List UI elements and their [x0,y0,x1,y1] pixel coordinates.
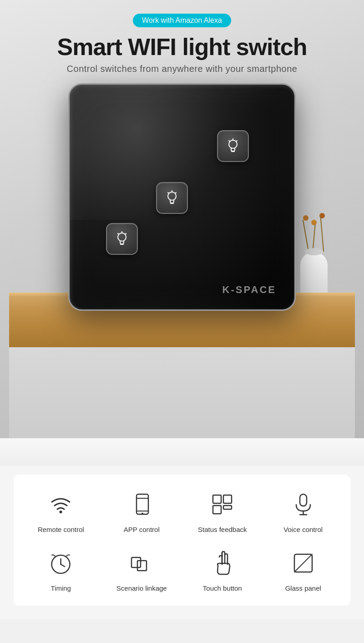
alexa-badge: Work with Amazon Alexa [9,14,355,34]
status-feedback-label: Status feedback [198,526,247,533]
status-feedback-icon-wrap [207,488,238,520]
bulb-button-1[interactable] [106,223,138,255]
svg-rect-20 [213,495,221,503]
scenario-linkage-icon-wrap [126,547,157,579]
product-showcase: K-SPACE [9,83,355,438]
svg-point-15 [60,511,62,513]
remote-control-icon-wrap [45,488,77,520]
mic-icon [291,492,316,517]
features-grid: Remote control APP control [23,488,341,592]
hero-top: Work with Amazon Alexa Smart WIFI light … [9,14,355,74]
bulb-button-2[interactable] [156,182,188,214]
app-control-icon-wrap [126,488,157,520]
features-wrapper: Remote control APP control [0,466,364,619]
glass-panel-label: Glass panel [285,584,321,592]
switch-device-container: K-SPACE [68,83,296,311]
phone-icon [129,492,154,517]
switch-row: K-SPACE [9,83,355,311]
svg-rect-31 [137,561,147,571]
timing-icon-wrap [45,547,77,579]
scenario-linkage-label: Scenario linkage [116,584,167,592]
remote-control-label: Remote control [38,526,84,533]
svg-rect-21 [223,495,232,503]
feature-timing: Timing [23,547,99,592]
feature-app-control: APP control [104,488,180,533]
feature-touch-button: Touch button [184,547,261,592]
voice-control-icon-wrap [287,488,319,520]
svg-line-3 [229,141,230,142]
feature-status-feedback: Status feedback [184,488,261,533]
touch-button-label: Touch button [203,584,242,592]
clock-icon [48,551,73,576]
shelf-scene: K-SPACE [9,83,355,438]
svg-rect-23 [223,506,232,509]
svg-rect-30 [131,557,141,567]
page-wrapper: Work with Amazon Alexa Smart WIFI light … [0,0,364,619]
hero-title: Smart WIFI light switch [9,34,355,60]
scenario-icon [129,551,154,576]
hero-subtitle: Control switches from anywhere with your… [9,64,355,74]
svg-point-19 [142,512,143,514]
glass-icon [291,551,316,576]
floor-area [9,347,355,438]
stem-1 [303,220,309,252]
grid-icon [210,492,235,517]
svg-rect-22 [213,506,221,514]
bulb-button-3[interactable] [217,130,249,162]
svg-line-9 [175,192,176,193]
marble-transition [0,438,364,466]
svg-line-14 [125,233,126,234]
voice-control-label: Voice control [283,526,323,533]
hero-section: Work with Amazon Alexa Smart WIFI light … [0,0,364,438]
hero-title-area: Smart WIFI light switch Control switches… [9,34,355,74]
switch-device: K-SPACE [68,83,296,311]
svg-line-13 [118,233,119,234]
svg-line-33 [294,554,312,572]
feature-voice-control: Voice control [265,488,342,533]
svg-rect-24 [300,494,307,506]
brand-name: K-SPACE [222,284,276,296]
timing-label: Timing [51,584,71,592]
touch-button-icon-wrap [207,547,238,579]
feature-remote-control: Remote control [23,488,99,533]
touch-icon [210,551,235,576]
stem-2 [312,224,315,252]
svg-line-8 [168,192,169,193]
svg-line-4 [236,141,237,142]
features-section: Remote control APP control [14,475,350,606]
stem-3 [320,218,324,252]
wifi-icon [48,492,73,517]
flower-stems [303,215,325,252]
glass-panel-icon-wrap [287,547,319,579]
feature-glass-panel: Glass panel [265,547,342,592]
app-control-label: APP control [124,526,160,533]
svg-line-29 [61,564,65,567]
feature-scenario-linkage: Scenario linkage [104,547,180,592]
